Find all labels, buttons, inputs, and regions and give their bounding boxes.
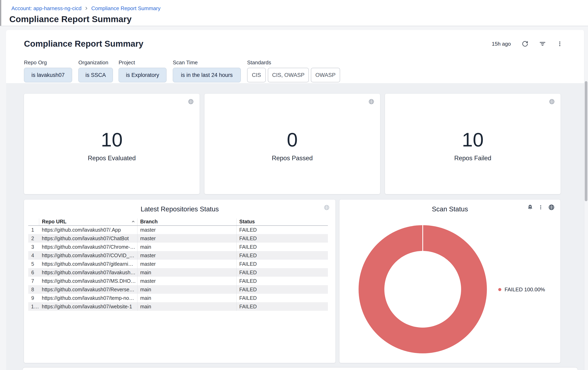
globe-icon[interactable] <box>549 99 555 105</box>
repos-table: Repo URL Branch Status 1https://github.c… <box>28 219 328 311</box>
table-row: 5https://github.com/lavakush07/gitlearni… <box>28 260 328 268</box>
cell-status: FAILED <box>236 277 328 285</box>
globe-icon[interactable] <box>188 99 194 105</box>
next-card-sliver <box>23 368 578 370</box>
compliance-report-screen: Account: app-harness-ng-cicd Compliance … <box>0 0 588 370</box>
breadcrumb-account-link[interactable]: Account: app-harness-ng-cicd <box>11 5 81 11</box>
table-row: 6https://github.com/lavakush07/lavakush…… <box>28 268 328 277</box>
cell-status: FAILED <box>236 260 328 268</box>
chart-legend: FAILED 100.00% <box>498 286 545 293</box>
cell-status: FAILED <box>236 243 328 251</box>
cell-repo-url: https://github.com/lavakush07/ChatBot <box>39 234 137 243</box>
filter-label: Standards <box>247 60 271 66</box>
scan-card-icons <box>527 204 555 210</box>
standards-option-owasp[interactable]: OWASP <box>311 68 340 82</box>
globe-icon[interactable] <box>324 204 330 211</box>
row-number: 4 <box>28 251 39 260</box>
scan-status-card: Scan Status <box>339 200 560 363</box>
cell-repo-url: https://github.com/lavakush07/Chrome-… <box>39 243 137 251</box>
table-row: 4https://github.com/lavakush07/COVID_T…m… <box>28 251 328 260</box>
latest-repositories-card: Latest Repositories Status <box>24 200 336 363</box>
cell-status: FAILED <box>236 268 328 277</box>
filter-repo-org: Repo Org is lavakush07 <box>24 60 47 66</box>
globe-icon[interactable] <box>548 204 555 210</box>
cell-branch: master <box>137 260 236 268</box>
stat-value: 0 <box>204 129 380 150</box>
row-number: 6 <box>28 268 39 277</box>
table-row: 9https://github.com/lavakush07/temp-no…m… <box>28 294 328 302</box>
filter-label: Repo Org <box>24 60 47 66</box>
sort-asc-icon <box>131 220 135 224</box>
cell-status: FAILED <box>236 234 328 243</box>
cell-branch: main <box>137 243 236 251</box>
donut-slice-divider <box>422 225 423 251</box>
filter-chip-organization[interactable]: is SSCA <box>78 68 113 82</box>
donut-hole <box>384 251 461 328</box>
standards-option-cis-owasp[interactable]: CIS, OWASP <box>268 68 309 82</box>
filter-standards: Standards CIS CIS, OWASP OWASP <box>247 60 271 66</box>
cell-status: FAILED <box>236 302 328 311</box>
table-header-row: Repo URL Branch Status <box>28 219 328 226</box>
cell-status: FAILED <box>236 285 328 294</box>
filter-chip-repo-org[interactable]: is lavakush07 <box>24 68 72 82</box>
column-header-repo-url[interactable]: Repo URL <box>39 219 137 226</box>
cell-branch: main <box>137 285 236 294</box>
cell-branch: main <box>137 268 236 277</box>
row-number: 10 <box>28 302 39 311</box>
cell-status: FAILED <box>236 251 328 260</box>
filter-chip-project[interactable]: is Exploratory <box>119 68 167 82</box>
kebab-menu-icon[interactable] <box>557 41 563 47</box>
cell-repo-url: https://github.com/lavakush07/MS.DHO… <box>39 277 137 285</box>
row-number-header <box>28 219 39 226</box>
cell-branch: master <box>137 226 236 234</box>
filter-organization: Organization is SSCA <box>78 60 108 66</box>
left-edge-shadow <box>0 0 2 26</box>
column-header-branch[interactable]: Branch <box>137 219 236 226</box>
stat-card-repos-passed: 0 Repos Passed <box>204 94 380 194</box>
stat-label: Repos Passed <box>204 155 380 162</box>
cell-status: FAILED <box>236 294 328 302</box>
cell-branch: master <box>137 234 236 243</box>
refresh-icon[interactable] <box>522 40 528 47</box>
breadcrumb: Account: app-harness-ng-cicd Compliance … <box>11 5 160 11</box>
filter-label: Organization <box>78 60 108 66</box>
globe-icon[interactable] <box>368 99 374 105</box>
scan-status-donut-chart[interactable] <box>358 225 487 353</box>
legend-dot <box>498 288 501 291</box>
repos-table-body: 1https://github.com/lavakush07/.Appmaste… <box>28 226 328 311</box>
filter-project: Project is Exploratory <box>119 60 135 66</box>
vertical-scrollbar-thumb[interactable] <box>585 81 588 201</box>
table-row: 8https://github.com/lavakush07/Reverse-…… <box>28 285 328 294</box>
dashboard-body: 10 Repos Evaluated 0 Repos Passed <box>6 83 584 370</box>
stat-card-repos-failed: 10 Repos Failed <box>385 94 561 194</box>
cell-repo-url: https://github.com/lavakush07/gitlearni… <box>39 260 137 268</box>
column-header-status[interactable]: Status <box>236 219 328 226</box>
row-number: 8 <box>28 285 39 294</box>
filter-scan-time: Scan Time is in the last 24 hours <box>173 60 198 66</box>
page-header: Account: app-harness-ng-cicd Compliance … <box>0 0 588 26</box>
stat-label: Repos Failed <box>385 155 561 162</box>
dashboard-controls: 15h ago <box>492 40 563 48</box>
row-number: 2 <box>28 234 39 243</box>
standards-options: CIS CIS, OWASP OWASP <box>247 68 340 82</box>
cell-repo-url: https://github.com/lavakush07/.App <box>39 226 137 234</box>
cell-branch: master <box>137 277 236 285</box>
last-refreshed-label: 15h ago <box>492 41 511 47</box>
table-row: 1https://github.com/lavakush07/.Appmaste… <box>28 226 328 234</box>
cell-repo-url: https://github.com/lavakush07/Reverse-… <box>39 285 137 294</box>
alert-bell-icon[interactable] <box>527 204 533 210</box>
cell-repo-url: https://github.com/lavakush07/temp-no… <box>39 294 137 302</box>
dashboard-header: Compliance Report Summary 15h ago <box>6 30 584 83</box>
filter-chip-scan-time[interactable]: is in the last 24 hours <box>173 68 241 82</box>
cell-branch: main <box>137 302 236 311</box>
kebab-menu-icon[interactable] <box>538 205 543 210</box>
dashboard-panel: Compliance Report Summary 15h ago <box>6 30 584 370</box>
breadcrumb-current-link[interactable]: Compliance Report Summary <box>91 5 160 11</box>
legend-label: FAILED 100.00% <box>504 286 545 293</box>
row-number: 3 <box>28 243 39 251</box>
standards-option-cis[interactable]: CIS <box>247 68 266 82</box>
cell-branch: master <box>137 251 236 260</box>
row-number: 9 <box>28 294 39 302</box>
cell-repo-url: https://github.com/lavakush07/COVID_T… <box>39 251 137 260</box>
filter-icon[interactable] <box>539 40 546 47</box>
